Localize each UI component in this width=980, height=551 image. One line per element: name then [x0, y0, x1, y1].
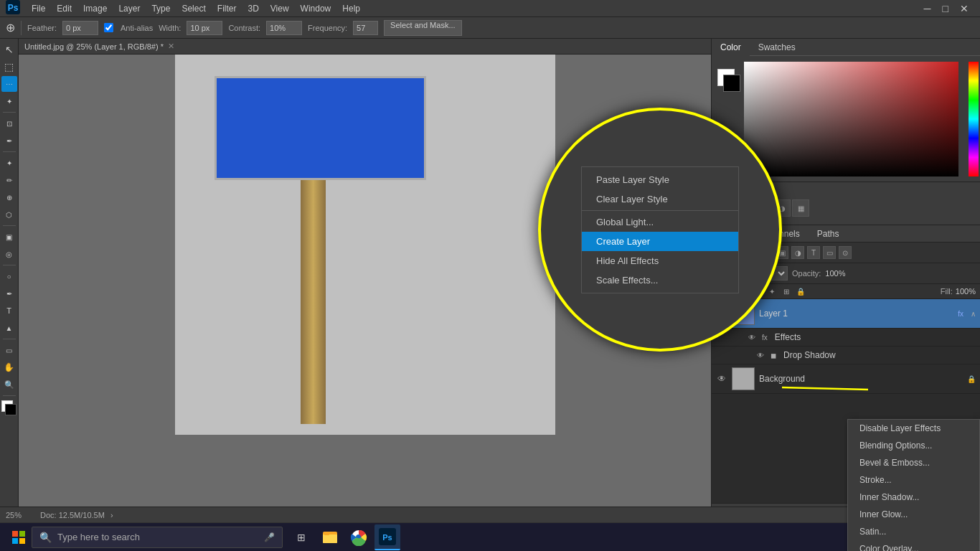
- menu-help[interactable]: Help: [336, 2, 366, 15]
- blur-tool[interactable]: ◎: [1, 246, 17, 262]
- menu-edit[interactable]: Edit: [51, 2, 77, 15]
- width-input[interactable]: [187, 21, 222, 35]
- tab-paths[interactable]: Paths: [809, 225, 848, 242]
- mag-global-light[interactable]: Global Light...: [582, 212, 738, 232]
- background-color-swatch[interactable]: [723, 75, 740, 92]
- pen-tool[interactable]: ✒: [1, 286, 17, 301]
- gradient-tool[interactable]: ▣: [1, 229, 17, 245]
- photoshop-btn[interactable]: Ps: [374, 524, 400, 550]
- menu-file[interactable]: File: [26, 2, 51, 15]
- layer-effects-item[interactable]: 👁 fx Effects: [712, 329, 980, 347]
- start-button[interactable]: [6, 524, 32, 550]
- canvas-tab-title: Untitled.jpg @ 25% (Layer 1, RGB/8#) *: [24, 42, 164, 51]
- mag-clear-style[interactable]: Clear Layer Style: [582, 189, 738, 209]
- menu-view[interactable]: View: [265, 2, 295, 15]
- chrome-btn[interactable]: [346, 524, 372, 550]
- foreground-color[interactable]: [1, 400, 17, 416]
- eraser-tool[interactable]: ⬡: [1, 207, 17, 222]
- canvas-close-tab[interactable]: ✕: [168, 42, 174, 51]
- color-gradient[interactable]: [744, 56, 980, 182]
- ctx-inner-shadow[interactable]: Inner Shadow...: [848, 489, 979, 506]
- zoom-tool[interactable]: 🔍: [1, 377, 17, 392]
- filter-type-icon[interactable]: T: [807, 246, 820, 259]
- menu-3d[interactable]: 3D: [242, 2, 264, 15]
- effects-name: Effects: [775, 332, 976, 342]
- anti-alias-checkbox[interactable]: [104, 23, 113, 32]
- ctx-inner-glow[interactable]: Inner Glow...: [848, 506, 979, 523]
- taskbar-apps: ⊞ Ps: [288, 524, 400, 550]
- effects-icon: fx: [762, 334, 768, 342]
- mag-scale-effects[interactable]: Scale Effects...: [582, 270, 738, 290]
- ctx-disable-effects[interactable]: Disable Layer Effects: [848, 420, 979, 437]
- ctx-color-overlay[interactable]: Color Overlay...: [848, 540, 979, 551]
- mag-paste-style[interactable]: Paste Layer Style: [582, 170, 738, 189]
- spectrum-slider[interactable]: [969, 62, 979, 176]
- select-mask-button[interactable]: Select and Mask...: [384, 20, 462, 36]
- eyedropper-tool[interactable]: ✒: [1, 133, 17, 149]
- fill-value: 100%: [956, 287, 976, 296]
- crop-tool[interactable]: ⊡: [1, 116, 17, 131]
- lock-artboard-icon[interactable]: ⊞: [781, 286, 792, 297]
- filter-adjust-icon[interactable]: ◑: [791, 246, 804, 259]
- feather-input[interactable]: [62, 21, 98, 35]
- dodge-tool[interactable]: ○: [1, 268, 17, 284]
- svg-rect-5: [12, 538, 18, 544]
- ctx-bevel[interactable]: Bevel & Emboss...: [848, 454, 979, 471]
- magic-wand-tool[interactable]: ✦: [1, 93, 17, 109]
- sign-board: [215, 76, 426, 180]
- path-select-tool[interactable]: ▲: [1, 320, 17, 336]
- hand-tool[interactable]: ✋: [1, 359, 17, 375]
- clone-tool[interactable]: ⊕: [1, 189, 17, 205]
- explorer-btn[interactable]: [317, 524, 343, 550]
- lock-all-icon[interactable]: 🔒: [795, 286, 806, 297]
- layer-background[interactable]: 👁 Background 🔒: [712, 364, 980, 394]
- search-box[interactable]: 🔍 Type here to search 🎤: [32, 527, 283, 548]
- menu-select[interactable]: Select: [176, 2, 211, 15]
- mag-hide-effects[interactable]: Hide All Effects: [582, 251, 738, 270]
- microphone-icon[interactable]: 🎤: [264, 532, 275, 542]
- svg-rect-6: [19, 538, 25, 544]
- layer-1-expand[interactable]: ∧: [971, 310, 976, 318]
- menu-layer[interactable]: Layer: [113, 2, 146, 15]
- filter-shape-icon[interactable]: ▭: [823, 246, 836, 259]
- ctx-stroke[interactable]: Stroke...: [848, 471, 979, 489]
- layer-dropshadow-item[interactable]: 👁 ◼ Drop Shadow: [712, 347, 980, 364]
- magnify-overlay: Paste Layer Style Clear Layer Style Glob…: [538, 108, 782, 352]
- shape-tool[interactable]: ▭: [1, 342, 17, 358]
- mag-create-layer[interactable]: Create Layer: [582, 232, 738, 251]
- effects-visibility[interactable]: 👁: [746, 331, 758, 343]
- menu-filter[interactable]: Filter: [212, 2, 242, 15]
- ctx-blending[interactable]: Blending Options...: [848, 437, 979, 454]
- frequency-input[interactable]: [353, 21, 378, 35]
- zoom-display: 25%: [6, 511, 34, 519]
- menu-window[interactable]: Window: [295, 2, 337, 15]
- magnify-menu: Paste Layer Style Clear Layer Style Glob…: [581, 166, 739, 293]
- spot-heal-tool[interactable]: ✦: [1, 155, 17, 171]
- tab-color[interactable]: Color: [712, 39, 750, 56]
- lock-position-icon[interactable]: ✦: [766, 286, 778, 297]
- background-visibility[interactable]: 👁: [716, 373, 727, 385]
- lasso-tool[interactable]: ⋯: [1, 76, 17, 92]
- window-minimize[interactable]: ─: [918, 3, 937, 14]
- brush-tool[interactable]: ✏: [1, 172, 17, 188]
- tab-swatches[interactable]: Swatches: [750, 39, 804, 56]
- window-close[interactable]: ✕: [954, 3, 974, 14]
- selection-tool[interactable]: ⬚: [1, 59, 17, 75]
- arrow-indicator[interactable]: ›: [110, 511, 113, 519]
- menu-type[interactable]: Type: [146, 2, 176, 15]
- vibrance-adj[interactable]: ▦: [792, 199, 809, 217]
- frequency-label: Frequency:: [308, 24, 347, 32]
- background-thumb: [732, 367, 755, 390]
- menu-image[interactable]: Image: [77, 2, 113, 15]
- search-placeholder: Type here to search: [57, 532, 140, 542]
- filter-smart-icon[interactable]: ⊙: [839, 246, 852, 259]
- text-tool[interactable]: T: [1, 303, 17, 319]
- move-tool[interactable]: ↖: [1, 42, 17, 57]
- menu-bar: Ps File Edit Image Layer Type Select Fil…: [0, 0, 980, 17]
- contrast-input[interactable]: [266, 21, 302, 35]
- dropshadow-visibility[interactable]: 👁: [755, 349, 766, 361]
- window-maximize[interactable]: □: [937, 3, 954, 14]
- ctx-satin[interactable]: Satin...: [848, 523, 979, 540]
- task-view-btn[interactable]: ⊞: [288, 524, 314, 550]
- layer-1-fx[interactable]: fx: [958, 310, 963, 318]
